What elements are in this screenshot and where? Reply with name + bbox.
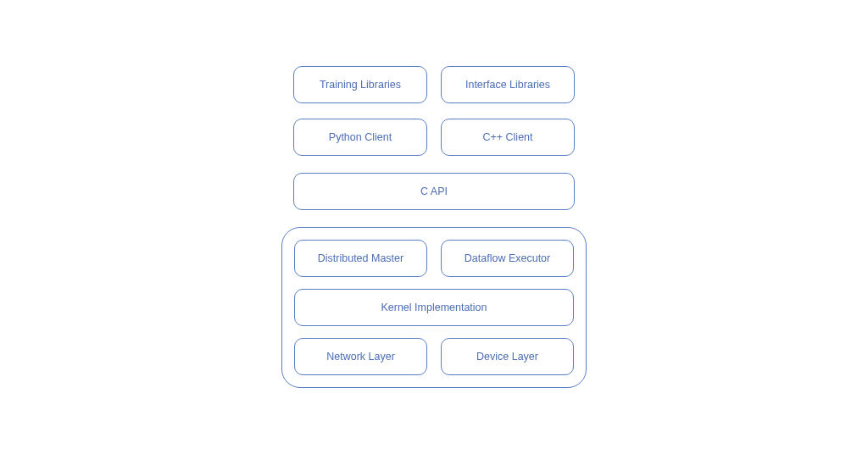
row-c-api: C API xyxy=(281,173,587,210)
box-c-api: C API xyxy=(293,173,575,210)
box-kernel-implementation: Kernel Implementation xyxy=(294,289,574,326)
row-libraries: Training Libraries Interface Libraries xyxy=(281,66,587,103)
box-network-layer: Network Layer xyxy=(294,338,427,375)
box-training-libraries: Training Libraries xyxy=(293,66,427,103)
box-python-client: Python Client xyxy=(293,119,427,156)
runtime-container: Distributed Master Dataflow Executor Ker… xyxy=(281,227,587,388)
box-interface-libraries: Interface Libraries xyxy=(441,66,575,103)
architecture-diagram: Training Libraries Interface Libraries P… xyxy=(281,66,587,388)
row-clients: Python Client C++ Client xyxy=(281,119,587,156)
row-executors: Distributed Master Dataflow Executor xyxy=(294,240,574,277)
row-kernel: Kernel Implementation xyxy=(294,289,574,326)
box-device-layer: Device Layer xyxy=(441,338,574,375)
box-cpp-client: C++ Client xyxy=(441,119,575,156)
row-lower-layers: Network Layer Device Layer xyxy=(294,338,574,375)
box-distributed-master: Distributed Master xyxy=(294,240,427,277)
box-dataflow-executor: Dataflow Executor xyxy=(441,240,574,277)
